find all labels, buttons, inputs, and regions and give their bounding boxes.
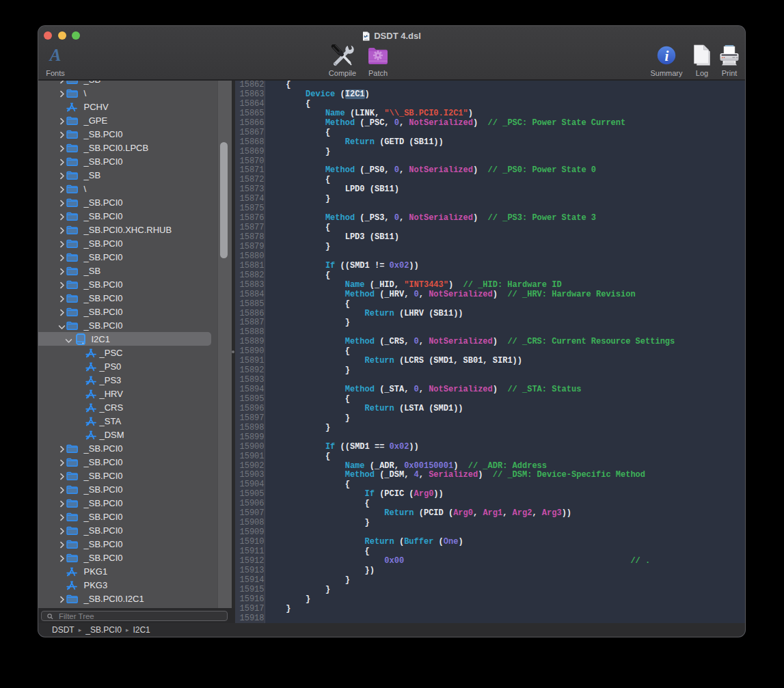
- svg-text:i: i: [665, 48, 669, 64]
